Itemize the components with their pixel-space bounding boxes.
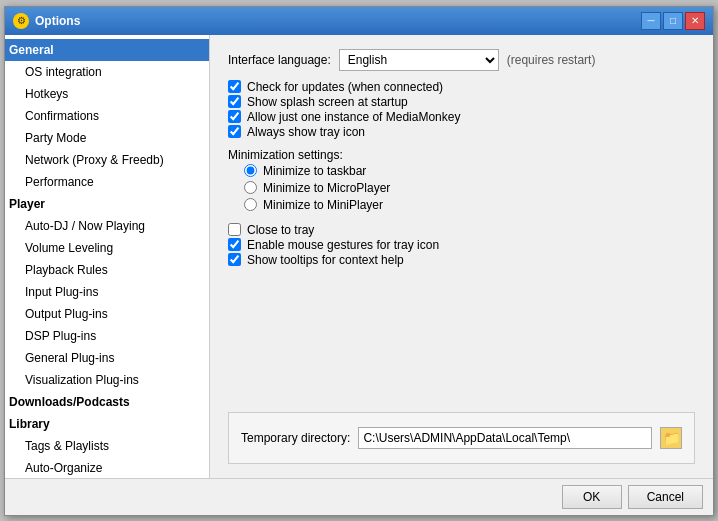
checkbox-row-close-to-tray: Close to tray [228,223,695,237]
radio-min-miniplayer[interactable] [244,198,257,211]
checkbox-row-show-tooltips: Show tooltips for context help [228,253,695,267]
window-icon: ⚙ [13,13,29,29]
maximize-button[interactable]: □ [663,12,683,30]
sidebar-item-party-mode[interactable]: Party Mode [5,127,209,149]
radio-label-min-microplayer: Minimize to MicroPlayer [263,181,390,195]
temp-dir-input[interactable] [358,427,652,449]
minimize-button[interactable]: ─ [641,12,661,30]
requires-restart-label: (requires restart) [507,53,596,67]
checkbox-row-allow-one-instance: Allow just one instance of MediaMonkey [228,110,695,124]
checkbox-check-updates[interactable] [228,80,241,93]
sidebar-item-visualization-plugins[interactable]: Visualization Plug-ins [5,369,209,391]
title-bar-left: ⚙ Options [13,13,80,29]
checkbox-always-show-tray[interactable] [228,125,241,138]
checkbox-label-check-updates: Check for updates (when connected) [247,80,443,94]
sidebar-item-auto-dj[interactable]: Auto-DJ / Now Playing [5,215,209,237]
sidebar-item-player[interactable]: Player [5,193,209,215]
checkbox-show-tooltips[interactable] [228,253,241,266]
checkbox-label-allow-one-instance: Allow just one instance of MediaMonkey [247,110,460,124]
checkboxes-group: Check for updates (when connected)Show s… [228,79,695,140]
bottom-checkboxes-group: Close to trayEnable mouse gestures for t… [228,222,695,268]
sidebar-item-confirmations[interactable]: Confirmations [5,105,209,127]
title-bar: ⚙ Options ─ □ ✕ [5,7,713,35]
main-panel: Interface language: English (requires re… [210,35,713,478]
sidebar-item-library[interactable]: Library [5,413,209,435]
sidebar-item-auto-organize[interactable]: Auto-Organize [5,457,209,478]
sidebar: GeneralOS integrationHotkeysConfirmation… [5,35,210,478]
content-area: GeneralOS integrationHotkeysConfirmation… [5,35,713,478]
language-select[interactable]: English [339,49,499,71]
folder-browse-button[interactable]: 📁 [660,427,682,449]
checkbox-mouse-gestures[interactable] [228,238,241,251]
language-label: Interface language: [228,53,331,67]
sidebar-item-general[interactable]: General [5,39,209,61]
window-title: Options [35,14,80,28]
checkbox-close-to-tray[interactable] [228,223,241,236]
cancel-button[interactable]: Cancel [628,485,703,509]
radio-row-min-taskbar: Minimize to taskbar [244,164,695,178]
radio-min-taskbar[interactable] [244,164,257,177]
radio-row-min-microplayer: Minimize to MicroPlayer [244,181,695,195]
radio-label-min-miniplayer: Minimize to MiniPlayer [263,198,383,212]
sidebar-item-hotkeys[interactable]: Hotkeys [5,83,209,105]
sidebar-item-volume-leveling[interactable]: Volume Leveling [5,237,209,259]
checkbox-row-check-updates: Check for updates (when connected) [228,80,695,94]
radio-row-min-miniplayer: Minimize to MiniPlayer [244,198,695,212]
checkbox-show-splash[interactable] [228,95,241,108]
language-row: Interface language: English (requires re… [228,49,695,71]
checkbox-label-show-splash: Show splash screen at startup [247,95,408,109]
minimization-label: Minimization settings: [228,148,343,162]
checkbox-label-show-tooltips: Show tooltips for context help [247,253,404,267]
footer: OK Cancel [5,478,713,515]
temp-dir-label: Temporary directory: [241,431,350,445]
temp-dir-section: Temporary directory: 📁 [228,412,695,464]
checkbox-row-show-splash: Show splash screen at startup [228,95,695,109]
ok-button[interactable]: OK [562,485,622,509]
checkbox-row-always-show-tray: Always show tray icon [228,125,695,139]
sidebar-item-dsp-plugins[interactable]: DSP Plug-ins [5,325,209,347]
close-button[interactable]: ✕ [685,12,705,30]
sidebar-item-tags-playlists[interactable]: Tags & Playlists [5,435,209,457]
sidebar-item-performance[interactable]: Performance [5,171,209,193]
radio-group: Minimize to taskbarMinimize to MicroPlay… [228,164,695,212]
sidebar-item-general-plugins[interactable]: General Plug-ins [5,347,209,369]
spacer [228,276,695,404]
radio-min-microplayer[interactable] [244,181,257,194]
sidebar-item-downloads-podcasts[interactable]: Downloads/Podcasts [5,391,209,413]
sidebar-item-output-plugins[interactable]: Output Plug-ins [5,303,209,325]
title-buttons: ─ □ ✕ [641,12,705,30]
sidebar-item-input-plugins[interactable]: Input Plug-ins [5,281,209,303]
sidebar-item-network[interactable]: Network (Proxy & Freedb) [5,149,209,171]
checkbox-row-mouse-gestures: Enable mouse gestures for tray icon [228,238,695,252]
sidebar-item-playback-rules[interactable]: Playback Rules [5,259,209,281]
checkbox-label-always-show-tray: Always show tray icon [247,125,365,139]
sidebar-item-os-integration[interactable]: OS integration [5,61,209,83]
radio-label-min-taskbar: Minimize to taskbar [263,164,366,178]
minimization-section: Minimization settings: Minimize to taskb… [228,148,695,214]
checkbox-allow-one-instance[interactable] [228,110,241,123]
options-window: ⚙ Options ─ □ ✕ GeneralOS integrationHot… [4,6,714,516]
checkbox-label-mouse-gestures: Enable mouse gestures for tray icon [247,238,439,252]
checkbox-label-close-to-tray: Close to tray [247,223,314,237]
